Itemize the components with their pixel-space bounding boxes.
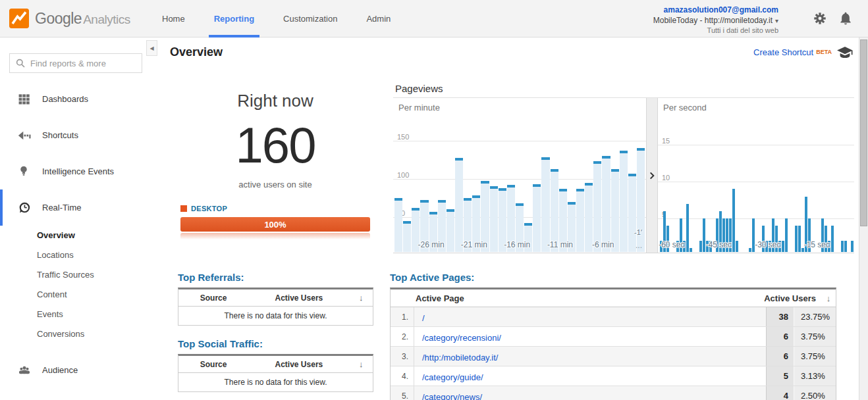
- bar-cap: [394, 198, 402, 201]
- bar: [798, 226, 801, 252]
- logo: GoogleAnalytics: [9, 9, 130, 28]
- sidebar-item-label: Shortcuts: [42, 130, 78, 140]
- bar-cap: [585, 183, 593, 186]
- active-users-count: 6: [766, 327, 794, 346]
- table-row: 5./category/news/42.50%: [391, 386, 836, 400]
- desktop-label: DESKTOP: [191, 205, 227, 213]
- bar: [620, 151, 628, 252]
- bar: [703, 218, 705, 252]
- active-users-percent: 2.50%: [794, 386, 836, 400]
- bar: [455, 158, 463, 252]
- per-second-panel: Per second 51015-60 sec-45 sec-30 sec-15…: [658, 98, 854, 253]
- sidebar-item-acquisition[interactable]: Acquisition: [0, 388, 158, 400]
- bar-reflection: [180, 233, 370, 239]
- bar: [844, 241, 847, 252]
- create-shortcut: Create ShortcutBETA: [753, 46, 853, 59]
- col-active-users: Active Users: [764, 293, 821, 303]
- active-page-link[interactable]: /: [422, 313, 425, 323]
- bar-cap: [576, 189, 584, 191]
- col-source: Source: [178, 293, 248, 303]
- col-source: Source: [178, 360, 248, 369]
- sidebar-item-overview[interactable]: Overview: [37, 226, 158, 245]
- lightbulb-icon: [18, 165, 31, 178]
- sidebar-item-locations[interactable]: Locations: [37, 245, 158, 265]
- top-referrals-title: Top Referrals:: [178, 272, 373, 283]
- gear-icon[interactable]: [813, 11, 827, 26]
- row-page-cell: /http:/mobiletoday.it/: [414, 347, 766, 366]
- bar-cap: [593, 161, 601, 164]
- bar: [841, 241, 844, 252]
- property-selector[interactable]: MobileToday - http://moniletoday.it▾: [653, 16, 778, 26]
- search-input[interactable]: [30, 59, 136, 68]
- active-page-link[interactable]: /category/news/: [422, 392, 482, 400]
- sidebar-item-audience[interactable]: Audience: [0, 352, 158, 388]
- table-row: 4./category/guide/53.13%: [391, 366, 836, 386]
- x-axis-label: -11 min: [547, 240, 573, 249]
- sidebar-collapse-button[interactable]: ◀: [146, 40, 157, 56]
- nav-home[interactable]: Home: [162, 0, 185, 38]
- chevron-right-icon: [647, 171, 657, 180]
- primary-nav: HomeReportingCustomizationAdmin: [162, 0, 391, 38]
- desktop-swatch-icon: [180, 205, 187, 212]
- sort-down-icon[interactable]: ↓: [821, 293, 836, 303]
- bar-cap: [602, 156, 610, 159]
- account-email-link[interactable]: amazasolution007@gmail.com: [653, 5, 778, 16]
- beta-badge: BETA: [816, 49, 832, 55]
- sidebar-item-traffic-sources[interactable]: Traffic Sources: [37, 265, 158, 285]
- sort-down-icon[interactable]: ↓: [350, 359, 373, 369]
- active-page-link[interactable]: /http:/mobiletoday.it/: [422, 353, 498, 362]
- active-users-count: 38: [766, 307, 794, 326]
- bar-cap: [551, 169, 558, 172]
- nav-reporting[interactable]: Reporting: [214, 0, 254, 38]
- grid-icon: [18, 93, 31, 106]
- expand-chart-button[interactable]: [646, 98, 658, 253]
- bar: [541, 157, 549, 252]
- x-axis-label: -16 min: [504, 240, 530, 249]
- active-page-link[interactable]: /category/recensioni/: [422, 333, 501, 343]
- sidebar-item-intelligence-events[interactable]: Intelligence Events: [0, 153, 158, 189]
- bar: [732, 189, 735, 252]
- x-axis-label: -30 sec: [755, 240, 780, 249]
- page-title: Overview: [170, 45, 223, 59]
- bar-cap: [620, 151, 628, 153]
- bar-cap: [429, 212, 437, 214]
- nav-admin[interactable]: Admin: [366, 0, 391, 38]
- col-active-page: Active Page: [391, 293, 764, 303]
- sidebar-item-shortcuts[interactable]: Shortcuts: [0, 117, 158, 153]
- sidebar-item-conversions[interactable]: Conversions: [37, 324, 158, 344]
- sidebar-item-real-time[interactable]: Real-Time: [0, 189, 158, 226]
- bar-cap: [628, 174, 636, 176]
- create-shortcut-link[interactable]: Create ShortcutBETA: [753, 46, 832, 58]
- row-page-cell: /: [414, 307, 766, 326]
- sort-down-icon[interactable]: ↓: [350, 293, 373, 303]
- bar: [447, 209, 454, 252]
- scrollbar-track[interactable]: [859, 38, 868, 400]
- active-users-percent: 23.75%: [794, 307, 836, 326]
- bar-cap: [455, 158, 463, 161]
- sidebar-item-dashboards[interactable]: Dashboards: [0, 81, 158, 117]
- x-axis-label: -60 sec: [659, 240, 684, 249]
- graduation-cap-icon[interactable]: [837, 46, 853, 59]
- pageviews-title: Pageviews: [395, 83, 443, 94]
- bar-cap: [472, 195, 480, 198]
- top-active-pages-table: Active Page Active Users ↓ 1./3823.75%2.…: [390, 288, 836, 400]
- bar: [602, 156, 610, 252]
- desktop-percent-bar: 100%: [180, 217, 370, 232]
- sidebar-item-label: Audience: [42, 365, 78, 375]
- sidebar-item-events[interactable]: Events: [37, 305, 158, 324]
- bar-cap: [499, 188, 506, 191]
- active-page-link[interactable]: /category/guide/: [422, 372, 483, 382]
- nav-customization[interactable]: Customization: [283, 0, 337, 38]
- people-icon: [18, 364, 31, 377]
- bell-icon[interactable]: [838, 11, 853, 26]
- sidebar: DashboardsShortcutsIntelligence EventsRe…: [0, 38, 158, 400]
- bar: [851, 241, 854, 252]
- search-icon: [15, 58, 26, 68]
- bar: [782, 241, 784, 252]
- realtime-clock-icon: [18, 201, 31, 214]
- sidebar-item-content[interactable]: Content: [37, 285, 158, 305]
- active-users-percent: 3.13%: [794, 366, 836, 386]
- property-name: MobileToday - http://moniletoday.it: [653, 16, 773, 25]
- scrollbar-thumb[interactable]: [860, 39, 867, 226]
- bar: [831, 226, 834, 252]
